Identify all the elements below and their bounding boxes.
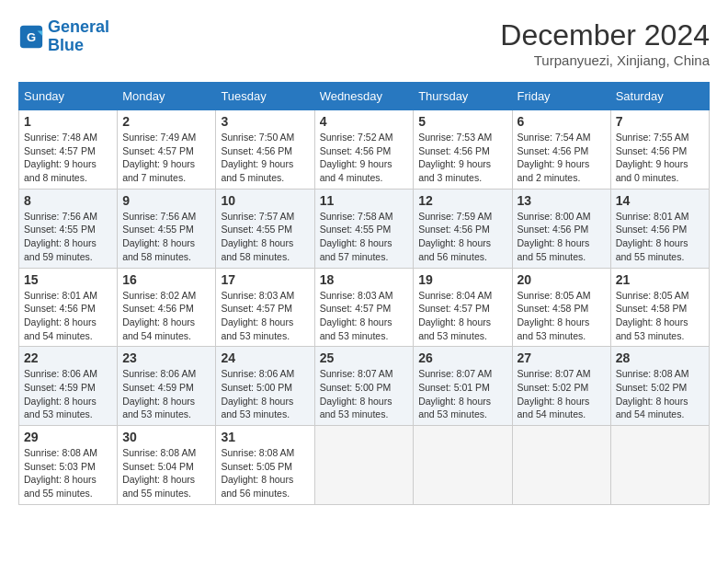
day-number: 27 [518,350,606,365]
calendar-day-cell: 18 Sunrise: 8:03 AM Sunset: 4:57 PM Dayl… [314,268,414,347]
calendar-day-cell: 10 Sunrise: 7:57 AM Sunset: 4:55 PM Dayl… [216,189,314,268]
day-number: 12 [418,193,506,208]
calendar-day-cell: 27 Sunrise: 8:07 AM Sunset: 5:02 PM Dayl… [512,347,610,426]
location: Turpanyuezi, Xinjiang, China [500,52,710,68]
day-info: Sunrise: 8:08 AM Sunset: 5:03 PM Dayligh… [24,446,112,500]
calendar-day-cell: 15 Sunrise: 8:01 AM Sunset: 4:56 PM Dayl… [19,268,118,347]
calendar-day-cell: 6 Sunrise: 7:54 AM Sunset: 4:56 PM Dayli… [512,110,610,190]
month-title: December 2024 [500,18,710,52]
day-info: Sunrise: 7:52 AM Sunset: 4:56 PM Dayligh… [320,131,409,185]
day-number: 19 [418,272,506,287]
day-info: Sunrise: 8:01 AM Sunset: 4:56 PM Dayligh… [616,210,704,264]
day-info: Sunrise: 7:57 AM Sunset: 4:55 PM Dayligh… [221,210,309,264]
calendar-week-row: 1 Sunrise: 7:48 AM Sunset: 4:57 PM Dayli… [19,110,710,190]
day-info: Sunrise: 8:06 AM Sunset: 5:00 PM Dayligh… [221,367,309,421]
calendar-week-row: 8 Sunrise: 7:56 AM Sunset: 4:55 PM Dayli… [19,189,710,268]
day-number: 26 [418,350,506,365]
day-info: Sunrise: 8:03 AM Sunset: 4:57 PM Dayligh… [320,289,409,343]
calendar-day-cell: 17 Sunrise: 8:03 AM Sunset: 4:57 PM Dayl… [216,268,314,347]
day-number: 11 [320,193,409,208]
day-info: Sunrise: 7:56 AM Sunset: 4:55 PM Dayligh… [24,210,112,264]
day-number: 13 [518,193,606,208]
day-info: Sunrise: 7:56 AM Sunset: 4:55 PM Dayligh… [122,210,210,264]
day-number: 17 [221,272,309,287]
day-info: Sunrise: 8:06 AM Sunset: 4:59 PM Dayligh… [24,367,112,421]
calendar-day-cell: 2 Sunrise: 7:49 AM Sunset: 4:57 PM Dayli… [118,110,216,190]
calendar-day-cell: 22 Sunrise: 8:06 AM Sunset: 4:59 PM Dayl… [19,347,118,426]
day-info: Sunrise: 7:50 AM Sunset: 4:56 PM Dayligh… [221,131,309,185]
day-number: 25 [320,350,409,365]
day-info: Sunrise: 7:49 AM Sunset: 4:57 PM Dayligh… [122,131,210,185]
day-info: Sunrise: 8:08 AM Sunset: 5:02 PM Dayligh… [616,367,704,421]
calendar-day-cell: 24 Sunrise: 8:06 AM Sunset: 5:00 PM Dayl… [216,347,314,426]
day-info: Sunrise: 7:53 AM Sunset: 4:56 PM Dayligh… [418,131,506,185]
day-info: Sunrise: 8:02 AM Sunset: 4:56 PM Dayligh… [122,289,210,343]
calendar-day-cell: 3 Sunrise: 7:50 AM Sunset: 4:56 PM Dayli… [216,110,314,190]
day-number: 31 [221,430,309,444]
day-number: 8 [24,193,112,208]
calendar-day-cell: 20 Sunrise: 8:05 AM Sunset: 4:58 PM Dayl… [512,268,610,347]
day-info: Sunrise: 8:05 AM Sunset: 4:58 PM Dayligh… [616,289,704,343]
calendar-day-cell: 4 Sunrise: 7:52 AM Sunset: 4:56 PM Dayli… [314,110,414,190]
day-number: 16 [122,272,210,287]
calendar-week-row: 29 Sunrise: 8:08 AM Sunset: 5:03 PM Dayl… [19,426,710,505]
day-info: Sunrise: 8:08 AM Sunset: 5:05 PM Dayligh… [221,446,309,500]
day-number: 5 [418,114,506,129]
day-info: Sunrise: 7:58 AM Sunset: 4:55 PM Dayligh… [320,210,409,264]
calendar-day-cell: 30 Sunrise: 8:08 AM Sunset: 5:04 PM Dayl… [118,426,216,505]
calendar-day-cell [610,426,709,505]
day-info: Sunrise: 8:05 AM Sunset: 4:58 PM Dayligh… [518,289,606,343]
calendar-week-row: 22 Sunrise: 8:06 AM Sunset: 4:59 PM Dayl… [19,347,710,426]
day-number: 3 [221,114,309,129]
calendar-day-cell: 21 Sunrise: 8:05 AM Sunset: 4:58 PM Dayl… [610,268,709,347]
day-info: Sunrise: 8:07 AM Sunset: 5:02 PM Dayligh… [518,367,606,421]
day-number: 28 [616,350,704,365]
title-block: December 2024 Turpanyuezi, Xinjiang, Chi… [500,18,710,68]
calendar-day-header: Sunday [19,83,118,110]
logo-icon: G [18,24,44,50]
day-number: 30 [122,430,210,444]
day-number: 18 [320,272,409,287]
day-info: Sunrise: 8:07 AM Sunset: 5:01 PM Dayligh… [418,367,506,421]
calendar-header-row: SundayMondayTuesdayWednesdayThursdayFrid… [19,83,710,110]
calendar-day-header: Friday [512,83,610,110]
day-info: Sunrise: 8:07 AM Sunset: 5:00 PM Dayligh… [320,367,409,421]
day-info: Sunrise: 8:00 AM Sunset: 4:56 PM Dayligh… [518,210,606,264]
day-info: Sunrise: 7:55 AM Sunset: 4:56 PM Dayligh… [616,131,704,185]
calendar-day-cell: 19 Sunrise: 8:04 AM Sunset: 4:57 PM Dayl… [414,268,512,347]
calendar-day-header: Wednesday [314,83,414,110]
day-number: 10 [221,193,309,208]
calendar-day-cell: 29 Sunrise: 8:08 AM Sunset: 5:03 PM Dayl… [19,426,118,505]
logo-text: General Blue [48,18,109,55]
calendar-table: SundayMondayTuesdayWednesdayThursdayFrid… [18,82,710,505]
calendar-day-cell: 23 Sunrise: 8:06 AM Sunset: 4:59 PM Dayl… [118,347,216,426]
calendar-day-cell: 14 Sunrise: 8:01 AM Sunset: 4:56 PM Dayl… [610,189,709,268]
calendar-day-cell: 11 Sunrise: 7:58 AM Sunset: 4:55 PM Dayl… [314,189,414,268]
calendar-day-cell: 9 Sunrise: 7:56 AM Sunset: 4:55 PM Dayli… [118,189,216,268]
calendar-day-cell: 12 Sunrise: 7:59 AM Sunset: 4:56 PM Dayl… [414,189,512,268]
day-number: 22 [24,350,112,365]
logo: G General Blue [18,18,109,55]
day-number: 1 [24,114,112,129]
day-info: Sunrise: 8:03 AM Sunset: 4:57 PM Dayligh… [221,289,309,343]
day-number: 21 [616,272,704,287]
day-number: 2 [122,114,210,129]
day-info: Sunrise: 8:06 AM Sunset: 4:59 PM Dayligh… [122,367,210,421]
calendar-day-cell: 25 Sunrise: 8:07 AM Sunset: 5:00 PM Dayl… [314,347,414,426]
calendar-week-row: 15 Sunrise: 8:01 AM Sunset: 4:56 PM Dayl… [19,268,710,347]
day-number: 6 [518,114,606,129]
day-info: Sunrise: 8:04 AM Sunset: 4:57 PM Dayligh… [418,289,506,343]
calendar-day-cell [414,426,512,505]
calendar-day-cell: 8 Sunrise: 7:56 AM Sunset: 4:55 PM Dayli… [19,189,118,268]
day-number: 4 [320,114,409,129]
calendar-day-cell: 7 Sunrise: 7:55 AM Sunset: 4:56 PM Dayli… [610,110,709,190]
calendar-day-cell: 26 Sunrise: 8:07 AM Sunset: 5:01 PM Dayl… [414,347,512,426]
day-number: 29 [24,430,112,444]
calendar-day-cell: 5 Sunrise: 7:53 AM Sunset: 4:56 PM Dayli… [414,110,512,190]
day-info: Sunrise: 7:54 AM Sunset: 4:56 PM Dayligh… [518,131,606,185]
calendar-day-cell: 13 Sunrise: 8:00 AM Sunset: 4:56 PM Dayl… [512,189,610,268]
calendar-day-cell [512,426,610,505]
day-info: Sunrise: 8:01 AM Sunset: 4:56 PM Dayligh… [24,289,112,343]
calendar-day-header: Thursday [414,83,512,110]
calendar-day-header: Monday [118,83,216,110]
